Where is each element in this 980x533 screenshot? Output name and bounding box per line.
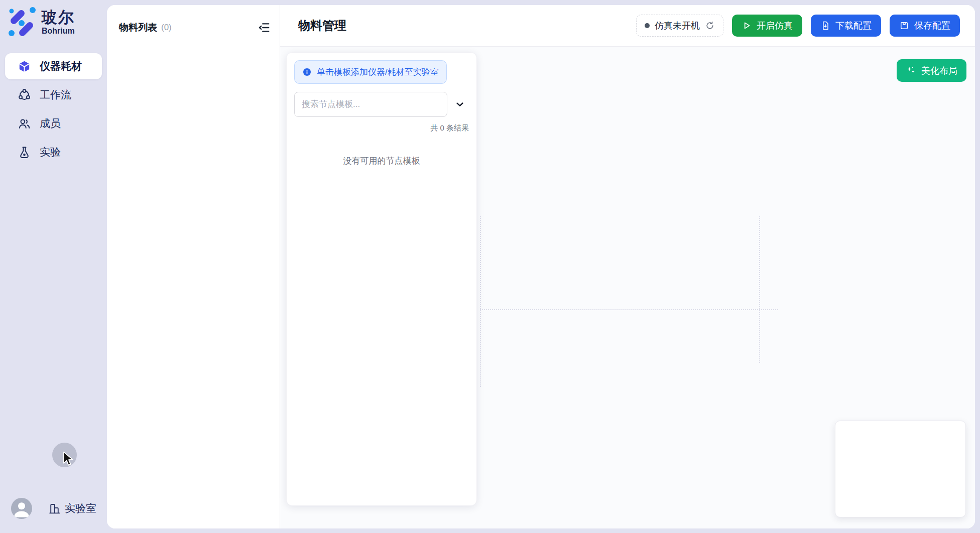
beautify-layout-button[interactable]: 美化布局 xyxy=(897,59,966,82)
start-simulation-label: 开启仿真 xyxy=(757,20,793,32)
template-hint-text: 单击模板添加仪器/耗材至实验室 xyxy=(317,66,439,78)
main-area: 物料管理 仿真未开机 xyxy=(280,5,975,528)
collapse-panel-button[interactable] xyxy=(257,20,272,35)
building-icon xyxy=(48,502,61,515)
info-icon xyxy=(302,67,312,77)
sidebar-item-members[interactable]: 成员 xyxy=(5,110,102,137)
logo-title: 玻尔 xyxy=(42,10,75,26)
app-root: 玻尔 Bohrium 仪器耗材 工作流 xyxy=(0,0,980,533)
workflow-icon xyxy=(18,88,31,102)
template-search-row xyxy=(294,92,469,117)
sidebar-footer: 实验室 xyxy=(11,498,96,519)
sidebar-item-label: 仪器耗材 xyxy=(40,59,82,73)
flow-canvas[interactable]: 单击模板添加仪器/耗材至实验室 共 0 条结果 没有可用的节点模板 xyxy=(280,47,975,528)
logo: 玻尔 Bohrium xyxy=(8,7,75,38)
chevron-down-icon xyxy=(454,99,465,110)
refresh-status-button[interactable] xyxy=(705,21,715,31)
sidebar-nav: 仪器耗材 工作流 成员 xyxy=(5,53,102,168)
node-template-panel: 单击模板添加仪器/耗材至实验室 共 0 条结果 没有可用的节点模板 xyxy=(286,52,477,506)
sidebar-item-experiment[interactable]: 实验 xyxy=(5,139,102,165)
main-header: 物料管理 仿真未开机 xyxy=(280,5,975,47)
canvas-guide-line xyxy=(759,216,760,363)
sidebar-item-instruments[interactable]: 仪器耗材 xyxy=(5,53,102,79)
canvas-guide-line xyxy=(480,309,778,310)
sidebar-item-label: 成员 xyxy=(40,116,61,130)
sidebar-item-workflow[interactable]: 工作流 xyxy=(5,82,102,108)
search-input[interactable] xyxy=(294,92,447,117)
empty-templates-text: 没有可用的节点模板 xyxy=(294,155,469,167)
logo-subtitle: Bohrium xyxy=(42,27,75,36)
download-config-label: 下载配置 xyxy=(835,20,872,32)
lab-label: 实验室 xyxy=(65,501,96,515)
beautify-layout-label: 美化布局 xyxy=(921,65,957,77)
expand-filters-button[interactable] xyxy=(452,97,467,112)
save-config-label: 保存配置 xyxy=(914,20,950,32)
simulation-status-pill: 仿真未开机 xyxy=(636,15,723,37)
sparkles-icon xyxy=(906,65,916,76)
save-config-button[interactable]: 保存配置 xyxy=(890,15,960,37)
status-dot-icon xyxy=(645,23,650,28)
person-icon xyxy=(11,498,32,519)
status-label: 仿真未开机 xyxy=(655,20,700,32)
bohrium-logo-icon xyxy=(8,7,37,38)
members-icon xyxy=(18,117,31,130)
download-config-button[interactable]: 下载配置 xyxy=(811,15,881,37)
header-controls: 仿真未开机 开启仿真 xyxy=(636,15,960,37)
save-icon xyxy=(899,21,909,31)
minimap[interactable] xyxy=(835,421,966,517)
experiment-icon xyxy=(18,146,31,159)
materials-list-title: 物料列表 xyxy=(119,21,157,34)
cube-icon xyxy=(18,60,31,73)
sidebar-item-label: 实验 xyxy=(40,145,61,159)
materials-list-panel: 物料列表 (0) xyxy=(107,5,280,528)
canvas-guide-line xyxy=(480,216,481,387)
template-hint-banner: 单击模板添加仪器/耗材至实验室 xyxy=(294,60,447,84)
cursor-pointer xyxy=(63,451,76,466)
result-count: 共 0 条结果 xyxy=(294,123,469,133)
refresh-icon xyxy=(705,21,715,31)
play-icon xyxy=(742,21,752,31)
content-container: 物料列表 (0) 物料管理 仿真未开机 xyxy=(107,5,975,528)
sidebar-item-label: 工作流 xyxy=(40,88,71,102)
menu-fold-icon xyxy=(258,21,271,34)
lab-switcher[interactable]: 实验室 xyxy=(48,501,96,515)
materials-list-count: (0) xyxy=(161,23,172,33)
materials-list-header: 物料列表 (0) xyxy=(107,5,280,35)
file-download-icon xyxy=(820,21,830,31)
start-simulation-button[interactable]: 开启仿真 xyxy=(732,15,802,37)
page-title: 物料管理 xyxy=(298,18,346,34)
avatar[interactable] xyxy=(11,498,32,519)
